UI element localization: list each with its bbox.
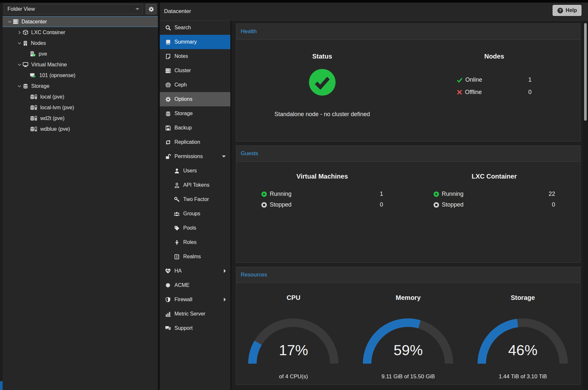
menu-item-notes[interactable]: Notes xyxy=(160,49,230,63)
guest-value: 1 xyxy=(380,191,383,197)
menu-item-label: Permissions xyxy=(174,154,222,159)
storage-usage-icon xyxy=(30,115,37,121)
guests-panel: Guests Virtual MachinesRunning1Stopped0L… xyxy=(236,145,581,263)
menu-item-two-factor[interactable]: Two Factor xyxy=(160,192,230,207)
chevron-down-icon[interactable] xyxy=(16,63,23,67)
tree-item-virtual-machine[interactable]: Virtual Machine xyxy=(3,59,158,70)
gauge-heading: Storage xyxy=(511,294,535,302)
menu-item-firewall[interactable]: Firewall xyxy=(160,292,230,307)
menu-item-label: Options xyxy=(174,96,226,102)
address-book-icon xyxy=(174,254,180,260)
stop-circle-icon xyxy=(261,202,267,208)
sidebar-gutter xyxy=(0,3,3,390)
menu-item-label: Search xyxy=(174,25,226,31)
menu-item-backup[interactable]: Backup xyxy=(160,121,230,135)
guests-column-heading: Virtual Machines xyxy=(296,173,348,180)
database-icon xyxy=(23,83,28,89)
monitor-icon xyxy=(23,62,28,67)
tree-item-pve[interactable]: pve xyxy=(3,48,158,59)
resource-gauge-memory: Memory 59%9.11 GiB of 15.50 GiB xyxy=(351,283,466,380)
help-button-label: Help xyxy=(566,7,577,13)
chevron-down-icon xyxy=(135,8,139,10)
tree-item-local-lvm-pve[interactable]: local-lvm (pve) xyxy=(3,102,158,113)
resource-gauge-cpu: CPU 17%of 4 CPU(s) xyxy=(236,283,351,380)
tree-item-101-opnsense[interactable]: 101 (opnsense) xyxy=(3,70,158,81)
menu-item-roles[interactable]: Roles xyxy=(160,235,230,249)
guests-rows: Running22Stopped0 xyxy=(433,191,555,208)
menu-item-api-tokens[interactable]: API Tokens xyxy=(160,178,230,192)
tree-item-label: local (pve) xyxy=(40,94,64,100)
gauge-arc: 46% xyxy=(474,318,571,368)
note-icon xyxy=(165,54,171,59)
tree-item-label: wdblue (pve) xyxy=(40,126,70,132)
cube-icon xyxy=(23,30,28,35)
menu-item-acme[interactable]: ACME xyxy=(160,278,230,292)
main-content: Health Status Standalone node - no clust… xyxy=(232,20,583,390)
key-icon xyxy=(174,197,180,202)
gauge-arc: 17% xyxy=(245,318,342,368)
gauge-heading: CPU xyxy=(287,294,300,302)
ceph-icon xyxy=(165,82,171,88)
user-outline-icon xyxy=(174,182,180,188)
check-icon xyxy=(457,77,463,83)
help-button[interactable]: ? Help xyxy=(553,5,582,16)
tree-item-nodes[interactable]: Nodes xyxy=(3,38,158,48)
health-status-section: Status Standalone node - no cluster defi… xyxy=(236,40,408,118)
menu-item-label: API Tokens xyxy=(183,182,226,188)
menu-item-groups[interactable]: Groups xyxy=(160,207,230,221)
menu-item-label: Cluster xyxy=(174,68,226,74)
cross-icon xyxy=(457,89,462,95)
menu-item-label: Users xyxy=(183,168,226,174)
tree-item-wd2t-pve[interactable]: wd2t (pve) xyxy=(3,113,158,124)
main-scrollbar[interactable] xyxy=(583,20,588,390)
guest-label: Running xyxy=(442,191,549,197)
guest-value: 0 xyxy=(380,201,383,208)
menu-item-label: ACME xyxy=(174,282,226,288)
tree-item-datacenter[interactable]: Datacenter xyxy=(3,16,158,27)
chevron-right-icon xyxy=(224,298,226,302)
chevron-down-icon[interactable] xyxy=(6,20,13,24)
tree-item-local-pve[interactable]: local (pve) xyxy=(3,91,158,102)
menu-item-metric-server[interactable]: Metric Server xyxy=(160,307,230,321)
gauge-detail: of 4 CPU(s) xyxy=(279,373,308,380)
menu-item-replication[interactable]: Replication xyxy=(160,135,230,149)
menu-item-summary[interactable]: Summary xyxy=(160,35,230,49)
menu-item-permissions[interactable]: Permissions xyxy=(160,149,230,164)
menu-item-storage[interactable]: Storage xyxy=(160,106,230,121)
tree-item-storage[interactable]: Storage xyxy=(3,81,158,91)
menu-item-ceph[interactable]: Ceph xyxy=(160,78,230,92)
menu-item-options[interactable]: Options xyxy=(160,92,230,106)
menu-item-support[interactable]: Support xyxy=(160,321,230,335)
tree-item-label: Storage xyxy=(31,83,49,89)
menu-item-search[interactable]: Search xyxy=(160,20,230,35)
tree-item-wdblue-pve[interactable]: wdblue (pve) xyxy=(3,124,158,134)
guest-label: Stopped xyxy=(270,201,380,208)
menu-item-cluster[interactable]: Cluster xyxy=(160,63,230,78)
tree-item-label: wd2t (pve) xyxy=(40,115,65,121)
guests-column-virtual-machines: Virtual MachinesRunning1Stopped0 xyxy=(236,162,408,208)
menu-item-realms[interactable]: Realms xyxy=(160,249,230,264)
tree-item-label: Virtual Machine xyxy=(31,62,67,68)
guest-value: 0 xyxy=(552,201,555,208)
resource-tree: DatacenterLXC ContainerNodespveVirtual M… xyxy=(3,16,158,134)
health-panel-header: Health xyxy=(236,24,580,40)
guests-rows: Running1Stopped0 xyxy=(261,191,383,208)
gauge-detail: 9.11 GiB of 15.50 GiB xyxy=(381,373,435,380)
chevron-down-icon[interactable] xyxy=(16,84,23,88)
tree-item-lxc-container[interactable]: LXC Container xyxy=(3,27,158,38)
guest-label: Stopped xyxy=(442,201,552,208)
scrollbar-thumb[interactable] xyxy=(584,23,587,121)
view-mode-select[interactable]: Folder View xyxy=(4,4,143,14)
storage-usage-icon xyxy=(30,94,37,100)
chevron-down-icon[interactable] xyxy=(16,41,23,45)
tree-settings-button[interactable] xyxy=(146,4,157,14)
health-nodes-section: Nodes Online1Offline0 xyxy=(408,40,581,118)
guest-value: 22 xyxy=(549,191,555,197)
menu-item-pools[interactable]: Pools xyxy=(160,221,230,235)
menu-item-users[interactable]: Users xyxy=(160,164,230,178)
nodes-value: 0 xyxy=(528,89,531,96)
heartbeat-icon xyxy=(165,268,171,274)
chevron-right-icon[interactable] xyxy=(16,31,23,34)
menu-item-ha[interactable]: HA xyxy=(160,264,230,278)
person-icon xyxy=(174,240,180,245)
